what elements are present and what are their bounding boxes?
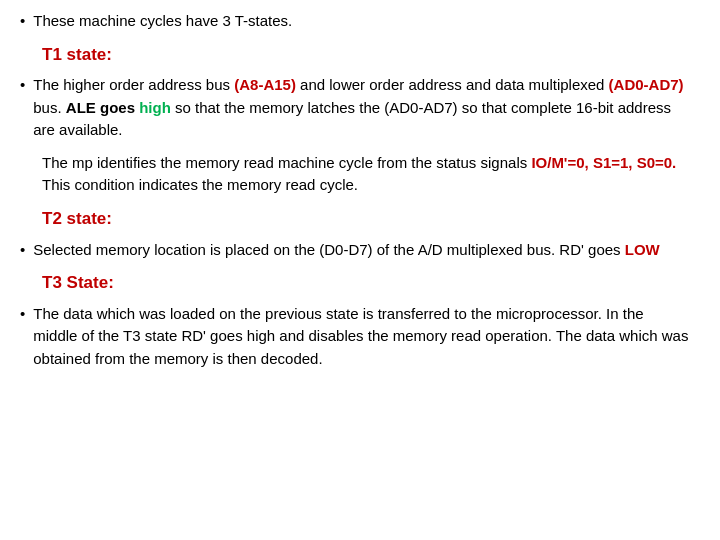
status-paragraph: The mp identifies the memory read machin…: [42, 152, 690, 197]
bullet-text-4: The data which was loaded on the previou…: [33, 303, 690, 371]
bullet-text-2: The higher order address bus (A8-A15) an…: [33, 74, 690, 142]
bullet-point-2: •: [20, 74, 25, 97]
t1-state-heading: T1 state:: [42, 43, 690, 67]
main-content: • These machine cycles have 3 T-states. …: [20, 10, 690, 370]
text-before-a8a15: The higher order address bus: [33, 76, 234, 93]
bullet-item-3: • Selected memory location is placed on …: [20, 239, 690, 262]
bullet-text-3: Selected memory location is placed on th…: [33, 239, 690, 262]
low-label: LOW: [625, 241, 660, 258]
bullet-item-2: • The higher order address bus (A8-A15) …: [20, 74, 690, 142]
t2-state-heading: T2 state:: [42, 207, 690, 231]
bullet-point-3: •: [20, 239, 25, 262]
text-after-ad: bus.: [33, 99, 66, 116]
io-m-signals: IO/M'=0, S1=1, S0=0.: [531, 154, 676, 171]
a8-a15-label: (A8-A15): [234, 76, 296, 93]
text-after-a8a15: and lower order address and data multipl…: [296, 76, 609, 93]
bullet-point-4: •: [20, 303, 25, 326]
ad0-ad7-label: (AD0-AD7): [609, 76, 684, 93]
high-text: high: [139, 99, 171, 116]
bullet3-text-before: Selected memory location is placed on th…: [33, 241, 624, 258]
ale-goes-high-label: ALE goes high: [66, 99, 171, 116]
status-text-before: The mp identifies the memory read machin…: [42, 154, 531, 171]
t3-state-heading: T3 State:: [42, 271, 690, 295]
bullet-point-1: •: [20, 10, 25, 33]
bullet-item-4: • The data which was loaded on the previ…: [20, 303, 690, 371]
bullet-text-1: These machine cycles have 3 T-states.: [33, 10, 690, 33]
status-text-after: This condition indicates the memory read…: [42, 176, 358, 193]
bullet-item-1: • These machine cycles have 3 T-states.: [20, 10, 690, 33]
